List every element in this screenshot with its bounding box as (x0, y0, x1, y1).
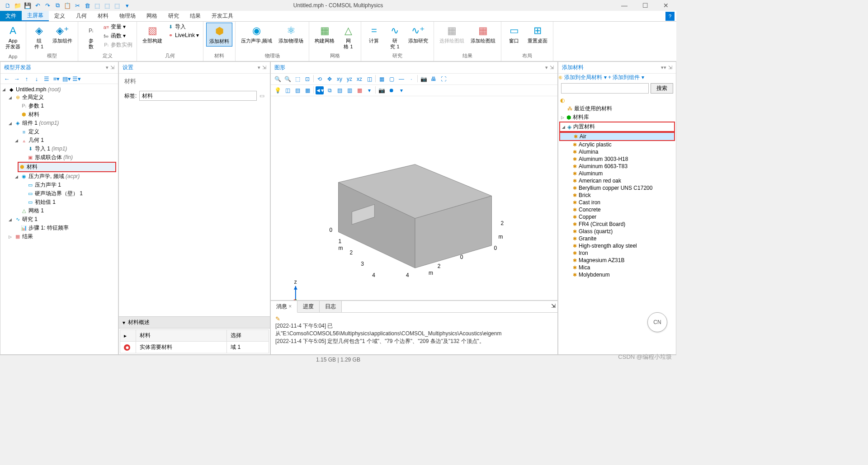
material-item[interactable]: ✱Glass (quartz) (559, 228, 675, 235)
cam-icon[interactable]: 📷 (377, 86, 386, 94)
toggle1-icon[interactable]: ▤ (293, 86, 302, 94)
tab-geometry[interactable]: 几何 (71, 11, 92, 21)
select3-icon[interactable]: ⬚ (113, 1, 121, 9)
add-physics-button[interactable]: ⚛添加物理场 (276, 23, 306, 46)
material-item[interactable]: ✱Air (559, 132, 675, 141)
fwd-icon[interactable]: → (13, 75, 20, 82)
tree-acoustics[interactable]: ◢◉压力声学, 频域 (acpr) (2, 172, 116, 181)
material-item[interactable]: ✱Magnesium AZ31B (559, 257, 675, 264)
dropdown-icon[interactable]: ▾ (123, 1, 131, 9)
tab-physics[interactable]: 物理场 (114, 11, 141, 21)
material-item[interactable]: ✱Cast iron (559, 199, 675, 206)
material-item[interactable]: ✱Alumina (559, 148, 675, 155)
rec-icon[interactable]: ⏺ (387, 86, 396, 94)
print-icon[interactable]: 🖶 (429, 75, 438, 83)
xz-icon[interactable]: xz (355, 75, 363, 83)
mat-library[interactable]: ▷⬢材料库 (559, 113, 675, 122)
minimize-button[interactable]: — (614, 0, 635, 11)
component-button[interactable]: ◈组 件 1 (29, 23, 49, 52)
tree-root[interactable]: ◢◆Untitled.mph (root) (2, 86, 116, 93)
tree-definitions[interactable]: ≡定义 (2, 127, 116, 136)
addmat-pin-icon[interactable]: ⇲ (668, 65, 672, 70)
select-boundary-icon[interactable]: ▢ (387, 75, 396, 83)
tree-geometry[interactable]: ◢⟁几何 1 (2, 136, 116, 145)
expand-icon[interactable]: ☰ (43, 75, 50, 82)
zoom-out-icon[interactable]: 🔍 (283, 75, 292, 83)
gfx-pin-icon[interactable]: ⇲ (550, 65, 554, 70)
tab-progress[interactable]: 进度 (297, 301, 320, 312)
mesh-button[interactable]: △网 格 1 (338, 23, 358, 52)
build-mesh-button[interactable]: ▦构建网格 (312, 23, 337, 46)
search-button[interactable]: 搜索 (651, 83, 673, 94)
addmat-menu-icon[interactable]: ▾▾ (661, 65, 666, 70)
snapshot-icon[interactable]: 📷 (420, 75, 428, 83)
copy-view-icon[interactable]: ⧉ (326, 86, 334, 94)
floating-badge[interactable]: CN (647, 312, 667, 332)
functions-button[interactable]: f∞函数 ▾ (102, 32, 134, 40)
add-material-button[interactable]: ⬢添加材料 (206, 23, 232, 47)
select-icon[interactable]: ⬚ (93, 1, 101, 9)
select-point-icon[interactable]: · (407, 75, 415, 83)
tab-study[interactable]: 研究 (163, 11, 184, 21)
view-default-icon[interactable]: ◫ (365, 75, 373, 83)
acoustics-button[interactable]: ◉压力声学,频域 (238, 23, 275, 46)
livelink-button[interactable]: ⚭LiveLink ▾ (166, 32, 200, 39)
import-button[interactable]: ⬇导入 (166, 23, 200, 31)
zoom-box-icon[interactable]: ⬚ (293, 75, 302, 83)
collapse-icon[interactable]: ≡▾ (53, 75, 60, 82)
tree-global-defs[interactable]: ◢⊕全局定义 (2, 93, 116, 102)
tree-params[interactable]: Pᵢ参数 1 (2, 102, 116, 110)
tab-messages[interactable]: 消息 × (271, 301, 297, 313)
material-item[interactable]: ✱American red oak (559, 177, 675, 184)
material-search-input[interactable] (561, 83, 649, 94)
material-item[interactable]: ✱Concrete (559, 206, 675, 213)
compute-button[interactable]: =计算 (364, 23, 384, 46)
tree-results[interactable]: ▷▦结果 (2, 232, 116, 241)
down-icon[interactable]: ↓ (33, 75, 40, 82)
tab-mesh[interactable]: 网格 (141, 11, 163, 21)
app-builder-button[interactable]: AApp 开发器 (3, 23, 23, 52)
views2-icon[interactable]: ▥ (345, 86, 354, 94)
fullscreen-icon[interactable]: ⛶ (439, 75, 448, 83)
tree-step[interactable]: 📊步骤 1: 特征频率 (2, 224, 116, 232)
label-input[interactable] (139, 91, 257, 101)
pan-icon[interactable]: ✥ (326, 75, 334, 83)
render-icon[interactable]: ◄▾ (316, 86, 324, 94)
graphics-canvas[interactable]: 0 1 2 m 3 4 4 2 m 0 0 2 m (271, 96, 557, 300)
label-link-icon[interactable]: ▭ (259, 93, 264, 99)
add-study-button[interactable]: ∿⁺添加研究 (406, 23, 431, 46)
tab-definitions[interactable]: 定义 (49, 11, 71, 21)
material-item[interactable]: ✱Copper (559, 213, 675, 221)
msg-pin-icon[interactable]: ⇲ (549, 301, 557, 312)
cut-icon[interactable]: ✂ (73, 1, 81, 9)
col-nav[interactable]: ▸ (120, 330, 136, 342)
param-case-button[interactable]: Pᵢ参数实例 (102, 41, 134, 49)
list-icon[interactable]: ☰▾ (73, 75, 80, 82)
save-icon[interactable]: 💾 (24, 1, 32, 9)
undo-icon[interactable]: ↶ (33, 1, 42, 9)
tab-home[interactable]: 主屏幕 (22, 11, 49, 21)
material-item[interactable]: ✱Aluminum 6063-T83 (559, 163, 675, 170)
tab-results[interactable]: 结果 (184, 11, 206, 21)
tree-import[interactable]: ⬇导入 1 (imp1) (2, 145, 116, 153)
add-plot-button[interactable]: ▦添加绘图组 (468, 23, 498, 46)
new-icon[interactable]: 🗋 (4, 1, 12, 9)
scene-icon[interactable]: ◫ (283, 86, 292, 94)
zoom-ext-icon[interactable]: ⊡ (303, 75, 311, 83)
mat-recent[interactable]: ⁂最近使用的材料 (559, 104, 675, 113)
add-to-component-button[interactable]: 添加到组件 ▾ (613, 74, 644, 80)
material-item[interactable]: ✱Beryllium copper UNS C17200 (559, 184, 675, 192)
xy-icon[interactable]: xy (335, 75, 344, 83)
material-item[interactable]: ✱Aluminum (559, 170, 675, 177)
tree-materials-global[interactable]: ⬢材料 (2, 110, 116, 119)
add-to-global-button[interactable]: 添加到全局材料 ▾ (564, 74, 606, 80)
recent-icon[interactable]: ◐ (559, 96, 675, 104)
orbit-icon[interactable]: ⟲ (316, 75, 324, 83)
mat-builtin[interactable]: ◢◈内置材料 (559, 122, 675, 132)
tab-devtools[interactable]: 开发工具 (206, 11, 239, 21)
reset-desktop-button[interactable]: ⊞重置桌面 (525, 23, 550, 46)
view-icon[interactable]: ▤▾ (63, 75, 70, 82)
material-item[interactable]: ✱Molybdenum (559, 271, 675, 278)
parameters-button[interactable]: Pᵢ参 数 (81, 23, 101, 52)
study-button[interactable]: ∿研 究 1 (385, 23, 405, 52)
